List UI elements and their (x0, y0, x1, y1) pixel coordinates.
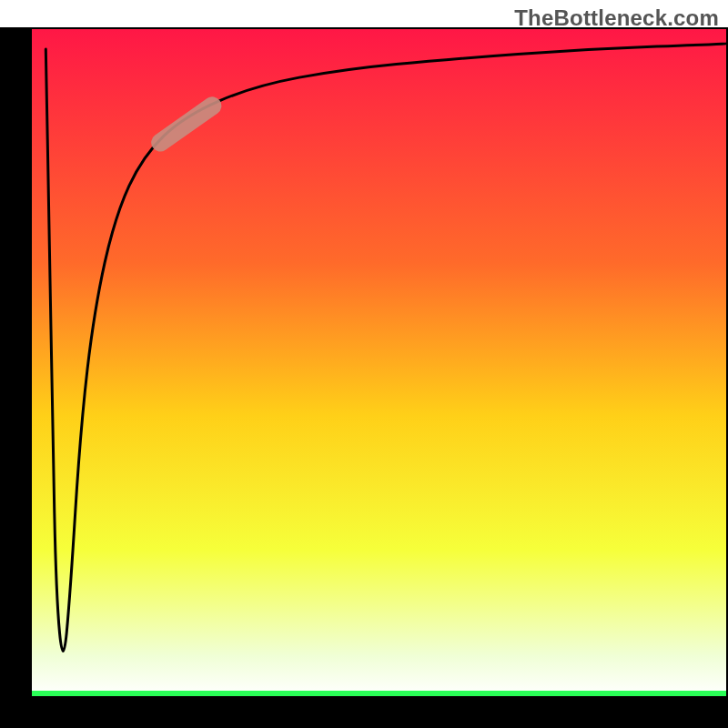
plot-background (32, 29, 726, 696)
baseline-stripe (32, 691, 726, 696)
watermark-text: TheBottleneck.com (514, 5, 719, 31)
chart-svg (0, 0, 728, 728)
chart-container: TheBottleneck.com (0, 0, 728, 728)
